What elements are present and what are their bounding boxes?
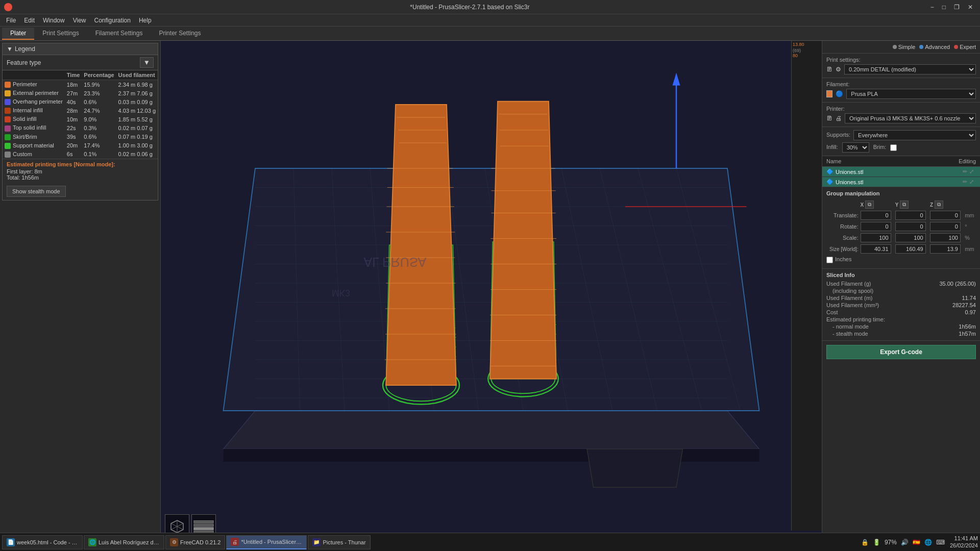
est-time-label: Estimated printing time: — [826, 316, 885, 322]
legend-row-time: 20m — [65, 141, 82, 150]
translate-y[interactable] — [895, 211, 926, 220]
copy-x-btn[interactable]: ⧉ — [865, 201, 874, 209]
right-panel: Simple Advanced Expert Print settings: 🖹… — [822, 41, 980, 551]
translate-x[interactable] — [861, 211, 891, 220]
legend-row-name: Top solid infill — [3, 123, 65, 132]
rotate-z[interactable] — [930, 222, 961, 231]
obj-edit-1[interactable]: ✏ — [963, 168, 967, 175]
mode-simple[interactable]: Simple — [893, 44, 916, 50]
legend-row-filament: 0.03 m 0.09 g — [116, 97, 158, 106]
translate-z[interactable] — [930, 211, 961, 220]
titlebar: *Untitled - PrusaSlicer-2.7.1 based on S… — [0, 0, 980, 14]
rotate-x[interactable] — [861, 222, 891, 231]
inches-label: Inches — [835, 256, 851, 262]
taskbar-icon-4: 📁 — [312, 538, 321, 546]
mode-expert[interactable]: Expert — [954, 44, 976, 50]
used-filament-g-row: Used Filament (g) 35.00 (265.00) — [826, 280, 976, 287]
close-button[interactable]: ✕ — [965, 3, 976, 12]
tab-plater[interactable]: Plater — [2, 28, 34, 40]
rotate-row: Rotate: ° — [826, 221, 976, 232]
feature-type-dropdown[interactable]: ▼ — [140, 57, 154, 68]
supports-label: Supports: — [826, 132, 850, 138]
normal-mode-value: 1h56m — [959, 323, 976, 330]
total-value: 1h56m — [21, 174, 39, 181]
manip-x-header: X ⧉ — [860, 199, 894, 210]
scale-z[interactable] — [930, 233, 961, 242]
used-filament-mm3-value: 28227.54 — [952, 302, 976, 308]
scale-label: Scale: — [826, 232, 860, 243]
printer-select[interactable]: Original Prusa i3 MK3S & MK3S+ 0.6 nozzl… — [845, 113, 976, 123]
menu-view[interactable]: View — [69, 16, 90, 25]
svg-marker-61 — [386, 105, 456, 385]
legend-row-filament: 0.07 m 0.19 g — [116, 133, 158, 141]
scale-y[interactable] — [895, 233, 926, 242]
menu-file[interactable]: File — [2, 16, 20, 25]
col-time: Time — [65, 70, 82, 80]
menu-help[interactable]: Help — [135, 16, 156, 25]
viewport[interactable]: AL PRUSA MK3 13.80 (69) 80 76945 78150 — [161, 41, 822, 551]
copy-y-btn[interactable]: ⧉ — [900, 201, 909, 209]
taskbar-label-3: *Untitled - PrusaSlicer-2.7... — [241, 539, 302, 545]
mode-advanced[interactable]: Advanced — [919, 44, 950, 50]
size-x[interactable] — [861, 244, 891, 254]
taskbar-item-0[interactable]: 📄 week05.html - Code - OSS — [2, 535, 83, 549]
taskbar-icon-1: 🌐 — [88, 538, 96, 546]
copy-z-btn[interactable]: ⧉ — [935, 201, 943, 209]
supports-select[interactable]: Everywhere — [853, 130, 976, 140]
legend-row-pct: 23.3% — [82, 89, 116, 97]
print-settings-select[interactable]: 0.20mm DETAIL (modified) — [844, 64, 976, 74]
used-filament-g-label: Used Filament (g) — [826, 281, 871, 287]
svg-rect-98 — [194, 521, 213, 523]
window-title: *Untitled - PrusaSlicer-2.7.1 based on S… — [12, 4, 927, 11]
legend-row-pct: 0.1% — [82, 150, 116, 159]
taskbar-item-2[interactable]: ⚙ FreeCAD 0.21.2 — [165, 535, 225, 549]
legend-row-name: External perimeter — [3, 89, 65, 97]
legend-row-pct: 24.7% — [82, 106, 116, 115]
incl-spool-row: (including spool) — [826, 287, 976, 294]
mode-advanced-label: Advanced — [925, 44, 950, 50]
object-list: Name Editing 🔷 Uniones.stl ✏ ⤢ 🔷 Uniones… — [822, 156, 980, 187]
rotate-y[interactable] — [895, 222, 926, 231]
printer-section: Printer: 🖹 🖨 Original Prusa i3 MK3S & MK… — [822, 103, 980, 127]
taskbar-item-4[interactable]: 📁 Pictures - Thunar — [308, 535, 370, 549]
manip-y-header: Y ⧉ — [894, 199, 929, 210]
minimize-button[interactable]: − — [927, 3, 937, 12]
size-z[interactable] — [930, 244, 961, 254]
obj-move-1[interactable]: ⤢ — [969, 168, 974, 175]
legend-header[interactable]: ▼ Legend — [3, 43, 158, 55]
menu-window[interactable]: Window — [39, 16, 69, 25]
tab-filament-settings[interactable]: Filament Settings — [87, 28, 151, 40]
tab-print-settings[interactable]: Print Settings — [34, 28, 87, 40]
size-y[interactable] — [895, 244, 926, 254]
svg-marker-1 — [224, 411, 760, 449]
filament-select[interactable]: Prusa PLA — [846, 89, 976, 99]
legend-row-filament: 0.02 m 0.07 g — [116, 123, 158, 132]
restore-button[interactable]: ❐ — [951, 3, 963, 12]
obj-move-2[interactable]: ⤢ — [969, 179, 974, 185]
legend-color-dot — [5, 108, 11, 114]
brim-checkbox[interactable] — [890, 144, 897, 151]
taskbar-item-3[interactable]: 🖨 *Untitled - PrusaSlicer-2.7... — [226, 535, 307, 549]
menu-edit[interactable]: Edit — [20, 16, 39, 25]
tab-printer-settings[interactable]: Printer Settings — [151, 28, 209, 40]
legend-row-name: Overhang perimeter — [3, 97, 65, 106]
obj-edit-2[interactable]: ✏ — [963, 179, 967, 185]
export-gcode-button[interactable]: Export G-code — [826, 345, 976, 359]
filament-row: 🔵 Prusa PLA — [826, 89, 976, 99]
feature-type-label: Feature type — [7, 59, 41, 66]
object-list-header: Name Editing — [822, 156, 980, 167]
svg-rect-100 — [194, 528, 213, 530]
object-row-1[interactable]: 🔷 Uniones.stl ✏ ⤢ — [822, 167, 980, 177]
object-row-2[interactable]: 🔷 Uniones.stl ✏ ⤢ — [822, 177, 980, 187]
infill-select[interactable]: 30% — [842, 142, 869, 153]
stealth-mode-button[interactable]: Show stealth mode — [7, 186, 66, 197]
inches-checkbox[interactable] — [826, 257, 833, 263]
infill-label: Infill: — [826, 144, 838, 150]
used-filament-m-label: Used Filament (m) — [826, 295, 872, 301]
menu-configuration[interactable]: Configuration — [90, 16, 135, 25]
main-content: ▼ Legend Feature type ▼ Time Percentage … — [0, 41, 980, 551]
scale-x[interactable] — [861, 233, 891, 242]
maximize-button[interactable]: □ — [939, 3, 949, 12]
taskbar-item-1[interactable]: 🌐 Luis Abel Rodríguez de To... — [84, 535, 164, 549]
sys-icon-volume: 🔊 — [900, 538, 910, 547]
